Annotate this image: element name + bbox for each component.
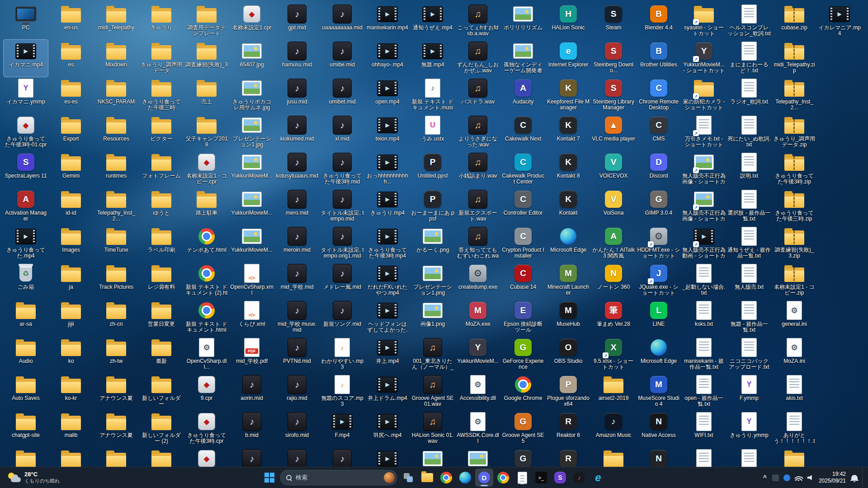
desktop-icon[interactable]: ♪kotusytuaaus.mid: [275, 151, 319, 188]
desktop-icon[interactable]: MMuseScore Studio 4: [637, 373, 681, 410]
desktop-icon[interactable]: CCubase 14: [501, 262, 545, 299]
desktop-icon[interactable]: Aかんたん！AITalk 3 関西風: [591, 225, 636, 262]
desktop-icon[interactable]: en-us: [49, 3, 93, 40]
desktop-icon[interactable]: ▶teion.mp4: [365, 114, 410, 151]
desktop-icon[interactable]: AActivation Manager: [4, 188, 48, 225]
desktop-icon[interactable]: MMinecraft Launcher: [546, 262, 590, 299]
desktop-icon[interactable]: ↗無人販売不正行為画像 - ショートカット: [682, 188, 726, 225]
desktop-icon[interactable]: 売上: [184, 77, 229, 114]
desktop-icon[interactable]: YYukkuriMovieM...: [456, 336, 500, 373]
search-box[interactable]: 検索: [280, 470, 397, 485]
desktop-icon[interactable]: 最新: [139, 336, 184, 373]
desktop-icon[interactable]: 調査用データテンプレート: [184, 3, 229, 40]
desktop-icon[interactable]: midi_Telepathy.zip: [772, 40, 816, 77]
desktop-icon[interactable]: 死にたい_ぬ歌詞.txt: [727, 114, 771, 151]
desktop-icon[interactable]: フォトフレーム: [139, 151, 184, 188]
desktop-icon[interactable]: ◆名称未設定1 - コピー.cpr: [184, 151, 229, 188]
desktop-icon[interactable]: GGroove Agent SE 5: [501, 410, 545, 447]
desktop-icon[interactable]: _起動しない場合.txt: [682, 262, 726, 299]
desktop-icon[interactable]: ♪gpt.mid: [275, 3, 319, 40]
desktop-icon[interactable]: CChrome Remote Desktop: [637, 77, 681, 114]
desktop-icon[interactable]: ▶通知うぜえ.mp4: [410, 3, 455, 40]
desktop-icon[interactable]: ♪タイトル未設定, tempo.orig1.mid: [320, 225, 364, 262]
desktop-icon[interactable]: 調査練習(失敗)_3: [184, 40, 229, 77]
desktop-icon[interactable]: ♪meroin.mid: [275, 225, 319, 262]
desktop-icon[interactable]: ksks.txt: [682, 299, 726, 336]
desktop-icon[interactable]: 65407.jpg: [230, 40, 274, 77]
desktop-icon[interactable]: Export: [49, 114, 93, 151]
desktop-icon[interactable]: ko-kr: [49, 373, 93, 410]
desktop-icon[interactable]: NNative Access: [637, 410, 681, 447]
desktop-icon[interactable]: YF.ymmp: [727, 373, 771, 410]
tray-app-icon[interactable]: [772, 474, 779, 481]
desktop-icon[interactable]: Yきゅうり.ymmp: [727, 410, 771, 447]
desktop-icon[interactable]: まにまにわーるど！.txt: [727, 40, 771, 77]
desktop-icon[interactable]: ♪mero.mid: [275, 188, 319, 225]
desktop-icon[interactable]: ↗万引きメモ.txt - ショートカット: [682, 114, 726, 151]
desktop-icon[interactable]: 調査練習(失敗)_3.zip: [772, 225, 816, 262]
desktop-icon[interactable]: ♪mid_学校 muse.mid: [275, 299, 319, 336]
desktop-icon[interactable]: Pおーまーまにあ.ppsf: [410, 188, 455, 225]
desktop-icon[interactable]: レジ袋有料: [139, 262, 184, 299]
desktop-icon[interactable]: ♪b.mid: [230, 410, 274, 447]
desktop-icon[interactable]: ♪hamusu.mid: [275, 40, 319, 77]
search-daily-image[interactable]: [384, 472, 395, 483]
desktop-icon[interactable]: 新しいフォルダー (2): [139, 410, 184, 447]
desktop-icon[interactable]: 新規 テキスト ドキュメント (2).html: [184, 262, 229, 299]
desktop-icon[interactable]: CCrypton Product Installer: [501, 225, 545, 262]
desktop-icon[interactable]: 通知うぜえ - 親作品一覧.txt: [727, 225, 771, 262]
desktop-icon[interactable]: Y↗YukkuriMovieM... - ショートカット: [682, 40, 726, 77]
start-button[interactable]: [260, 469, 278, 487]
desktop-icon[interactable]: VVOICEVOX: [591, 151, 636, 188]
desktop-icon[interactable]: ▶F.mp4: [320, 410, 364, 447]
desktop-icon[interactable]: ♪rajio.mid: [275, 373, 319, 410]
taskbar-app-chrome-2[interactable]: [494, 469, 512, 487]
desktop-icon[interactable]: KKontakt 8: [546, 151, 590, 188]
desktop-icon[interactable]: es-es: [49, 77, 93, 114]
desktop-icon[interactable]: CCakewalk Product Center: [501, 151, 545, 188]
desktop-icon[interactable]: AWSSDK.Core.dll: [456, 410, 500, 447]
desktop-icon[interactable]: ♪タイトル未設定, tempo.mid: [320, 188, 364, 225]
desktop-icon[interactable]: ▶イカレマニア.mp4: [817, 3, 862, 40]
desktop-icon[interactable]: ◆きゅうり食ってた午後3時.cpr: [184, 410, 229, 447]
volume-icon[interactable]: [807, 475, 814, 481]
desktop-icon[interactable]: TimeTune: [94, 225, 138, 262]
desktop-icon[interactable]: mid_学校.pdf: [230, 336, 274, 373]
desktop-icon[interactable]: Track Pictures: [94, 262, 138, 299]
desktop-icon[interactable]: zh-cn: [94, 299, 138, 336]
desktop-icon[interactable]: ゆうと: [139, 188, 184, 225]
desktop-icon[interactable]: ▶井上.mp4: [365, 336, 410, 373]
taskbar-app-chrome[interactable]: [437, 469, 455, 487]
desktop-icon[interactable]: ▶だれだFXいれたやつ.mp4: [365, 262, 410, 299]
desktop-icon[interactable]: ko: [49, 336, 93, 373]
desktop-icon[interactable]: プレゼンテーション1.jpg: [230, 114, 274, 151]
desktop-icon[interactable]: runtimes: [94, 151, 138, 188]
desktop-icon[interactable]: YukkuriMovieM...: [230, 188, 274, 225]
desktop-icon[interactable]: ar-sa: [4, 299, 48, 336]
desktop-icon[interactable]: MoZA.ini: [772, 336, 816, 373]
desktop-icon[interactable]: 筆筆まめ Ver.28: [591, 299, 636, 336]
desktop-icon[interactable]: Telepathy_Inst_2...: [772, 77, 816, 114]
desktop-icon[interactable]: 無人販売.txt: [727, 262, 771, 299]
desktop-icon[interactable]: OpenCvSharp.xml: [230, 262, 274, 299]
desktop-icon[interactable]: ♫答え知っててもむずいわこれ.wav: [456, 225, 500, 262]
desktop-icon[interactable]: PC: [4, 3, 48, 40]
desktop-icon[interactable]: Auto Saves: [4, 373, 48, 410]
desktop-icon[interactable]: BBlender 4.4: [637, 3, 681, 40]
desktop-icon[interactable]: ♪xl.mid: [320, 114, 364, 151]
desktop-icon[interactable]: アナウンス夏: [94, 410, 138, 447]
desktop-icon[interactable]: ◆きゅうり食ってた午後3時-01.cpr: [4, 114, 48, 151]
desktop-icon[interactable]: ヘルスコンプレッション_歌詞.txt: [727, 3, 771, 40]
desktop-icon[interactable]: 父子キャンプ2018: [184, 114, 229, 151]
desktop-icon[interactable]: 無題 - 親作品一覧.txt: [727, 299, 771, 336]
desktop-icon[interactable]: ↗家の防犯カメラ - ショートカット: [682, 77, 726, 114]
desktop-icon[interactable]: id-id: [49, 188, 93, 225]
desktop-icon[interactable]: eInternet Explorer: [546, 40, 590, 77]
desktop-icon[interactable]: 孤独なインディーゲーム開発者の一生...: [501, 40, 545, 77]
desktop-icon[interactable]: きゅうり食ってた午後3時.zip: [772, 151, 816, 188]
taskbar-app-file-explorer[interactable]: [418, 469, 436, 487]
desktop-icon[interactable]: きゅうりボカコレ用サムネ.jpg: [230, 77, 274, 114]
desktop-icon[interactable]: RReaktor 6: [546, 410, 590, 447]
desktop-icon[interactable]: ♪umibet.mid: [320, 77, 364, 114]
desktop-icon[interactable]: 新しいフォルダー: [139, 373, 184, 410]
